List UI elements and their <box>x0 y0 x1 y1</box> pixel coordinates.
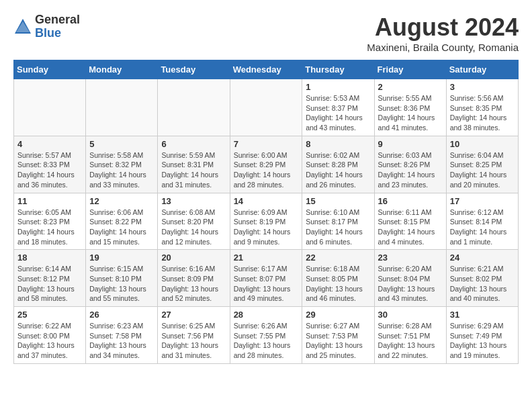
day-number: 8 <box>306 139 370 149</box>
calendar-day-cell: 17Sunrise: 6:12 AM Sunset: 8:14 PM Dayli… <box>446 193 518 250</box>
calendar-day-cell: 23Sunrise: 6:20 AM Sunset: 8:04 PM Dayli… <box>374 250 446 307</box>
day-info: Sunrise: 6:02 AM Sunset: 8:28 PM Dayligh… <box>306 150 370 190</box>
calendar-day-cell: 13Sunrise: 6:08 AM Sunset: 8:20 PM Dayli… <box>158 193 230 250</box>
day-number: 26 <box>89 310 154 320</box>
logo-text: General Blue <box>35 13 80 40</box>
svg-marker-1 <box>16 21 30 32</box>
day-info: Sunrise: 6:12 AM Sunset: 8:14 PM Dayligh… <box>450 208 515 247</box>
weekday-header-tuesday: Tuesday <box>158 60 230 79</box>
day-info: Sunrise: 6:21 AM Sunset: 8:02 PM Dayligh… <box>450 264 515 304</box>
calendar-day-cell: 21Sunrise: 6:17 AM Sunset: 8:07 PM Dayli… <box>230 250 302 307</box>
calendar-week-row: 1Sunrise: 5:53 AM Sunset: 8:37 PM Daylig… <box>14 79 519 136</box>
day-number: 13 <box>161 196 226 206</box>
calendar-day-cell: 28Sunrise: 6:26 AM Sunset: 7:55 PM Dayli… <box>230 307 302 364</box>
weekday-header-saturday: Saturday <box>446 60 518 79</box>
day-info: Sunrise: 5:56 AM Sunset: 8:35 PM Dayligh… <box>450 93 515 133</box>
day-info: Sunrise: 6:23 AM Sunset: 7:58 PM Dayligh… <box>89 321 154 361</box>
day-info: Sunrise: 5:55 AM Sunset: 8:36 PM Dayligh… <box>378 93 443 133</box>
day-number: 21 <box>234 253 299 263</box>
logo: General Blue <box>13 13 80 40</box>
day-number: 19 <box>89 253 154 263</box>
weekday-header-row: SundayMondayTuesdayWednesdayThursdayFrid… <box>14 60 519 79</box>
day-info: Sunrise: 6:14 AM Sunset: 8:12 PM Dayligh… <box>17 264 82 304</box>
day-number: 29 <box>306 310 370 320</box>
day-number: 7 <box>234 139 299 149</box>
day-info: Sunrise: 6:15 AM Sunset: 8:10 PM Dayligh… <box>89 264 154 304</box>
day-info: Sunrise: 6:08 AM Sunset: 8:20 PM Dayligh… <box>161 208 226 247</box>
calendar-table: SundayMondayTuesdayWednesdayThursdayFrid… <box>13 60 519 364</box>
logo-blue-text: Blue <box>35 27 80 40</box>
calendar-day-cell: 12Sunrise: 6:06 AM Sunset: 8:22 PM Dayli… <box>86 193 158 250</box>
day-number: 18 <box>17 253 82 263</box>
weekday-header-monday: Monday <box>86 60 158 79</box>
calendar-day-cell: 19Sunrise: 6:15 AM Sunset: 8:10 PM Dayli… <box>86 250 158 307</box>
month-year-title: August 2024 <box>367 13 519 42</box>
day-info: Sunrise: 6:28 AM Sunset: 7:51 PM Dayligh… <box>378 321 443 361</box>
calendar-day-cell: 7Sunrise: 6:00 AM Sunset: 8:29 PM Daylig… <box>230 136 302 193</box>
day-info: Sunrise: 6:10 AM Sunset: 8:17 PM Dayligh… <box>306 208 370 247</box>
page-header: General Blue August 2024 Maxineni, Brail… <box>13 13 519 53</box>
calendar-day-cell: 3Sunrise: 5:56 AM Sunset: 8:35 PM Daylig… <box>446 79 518 136</box>
calendar-day-cell: 15Sunrise: 6:10 AM Sunset: 8:17 PM Dayli… <box>302 193 374 250</box>
calendar-day-cell <box>14 79 86 136</box>
day-number: 27 <box>161 310 226 320</box>
calendar-day-cell: 22Sunrise: 6:18 AM Sunset: 8:05 PM Dayli… <box>302 250 374 307</box>
day-info: Sunrise: 5:53 AM Sunset: 8:37 PM Dayligh… <box>306 93 370 133</box>
day-info: Sunrise: 6:09 AM Sunset: 8:19 PM Dayligh… <box>234 208 299 247</box>
day-info: Sunrise: 6:26 AM Sunset: 7:55 PM Dayligh… <box>234 321 299 361</box>
day-info: Sunrise: 6:03 AM Sunset: 8:26 PM Dayligh… <box>378 150 443 190</box>
calendar-day-cell: 5Sunrise: 5:58 AM Sunset: 8:32 PM Daylig… <box>86 136 158 193</box>
day-number: 9 <box>378 139 443 149</box>
day-number: 16 <box>378 196 443 206</box>
day-info: Sunrise: 5:57 AM Sunset: 8:33 PM Dayligh… <box>17 150 82 190</box>
day-info: Sunrise: 6:06 AM Sunset: 8:22 PM Dayligh… <box>89 208 154 247</box>
day-number: 25 <box>17 310 82 320</box>
day-number: 10 <box>450 139 515 149</box>
day-info: Sunrise: 6:17 AM Sunset: 8:07 PM Dayligh… <box>234 264 299 304</box>
day-info: Sunrise: 6:22 AM Sunset: 8:00 PM Dayligh… <box>17 321 82 361</box>
day-info: Sunrise: 6:20 AM Sunset: 8:04 PM Dayligh… <box>378 264 443 304</box>
logo-general-text: General <box>35 13 80 27</box>
location-subtitle: Maxineni, Braila County, Romania <box>367 42 519 53</box>
day-info: Sunrise: 6:29 AM Sunset: 7:49 PM Dayligh… <box>450 321 515 361</box>
day-number: 1 <box>306 82 370 92</box>
calendar-day-cell <box>86 79 158 136</box>
calendar-day-cell: 27Sunrise: 6:25 AM Sunset: 7:56 PM Dayli… <box>158 307 230 364</box>
day-number: 15 <box>306 196 370 206</box>
day-number: 3 <box>450 82 515 92</box>
day-info: Sunrise: 6:16 AM Sunset: 8:09 PM Dayligh… <box>161 264 226 304</box>
calendar-week-row: 25Sunrise: 6:22 AM Sunset: 8:00 PM Dayli… <box>14 307 519 364</box>
calendar-day-cell: 9Sunrise: 6:03 AM Sunset: 8:26 PM Daylig… <box>374 136 446 193</box>
calendar-day-cell: 16Sunrise: 6:11 AM Sunset: 8:15 PM Dayli… <box>374 193 446 250</box>
calendar-day-cell: 18Sunrise: 6:14 AM Sunset: 8:12 PM Dayli… <box>14 250 86 307</box>
calendar-week-row: 11Sunrise: 6:05 AM Sunset: 8:23 PM Dayli… <box>14 193 519 250</box>
calendar-day-cell <box>158 79 230 136</box>
calendar-day-cell: 31Sunrise: 6:29 AM Sunset: 7:49 PM Dayli… <box>446 307 518 364</box>
calendar-day-cell: 14Sunrise: 6:09 AM Sunset: 8:19 PM Dayli… <box>230 193 302 250</box>
calendar-day-cell: 25Sunrise: 6:22 AM Sunset: 8:00 PM Dayli… <box>14 307 86 364</box>
day-info: Sunrise: 6:25 AM Sunset: 7:56 PM Dayligh… <box>161 321 226 361</box>
day-number: 2 <box>378 82 443 92</box>
day-info: Sunrise: 6:18 AM Sunset: 8:05 PM Dayligh… <box>306 264 370 304</box>
weekday-header-wednesday: Wednesday <box>230 60 302 79</box>
calendar-day-cell: 20Sunrise: 6:16 AM Sunset: 8:09 PM Dayli… <box>158 250 230 307</box>
calendar-day-cell: 10Sunrise: 6:04 AM Sunset: 8:25 PM Dayli… <box>446 136 518 193</box>
day-info: Sunrise: 6:05 AM Sunset: 8:23 PM Dayligh… <box>17 208 82 247</box>
calendar-day-cell: 4Sunrise: 5:57 AM Sunset: 8:33 PM Daylig… <box>14 136 86 193</box>
day-info: Sunrise: 5:58 AM Sunset: 8:32 PM Dayligh… <box>89 150 154 190</box>
day-info: Sunrise: 6:04 AM Sunset: 8:25 PM Dayligh… <box>450 150 515 190</box>
calendar-day-cell: 26Sunrise: 6:23 AM Sunset: 7:58 PM Dayli… <box>86 307 158 364</box>
calendar-day-cell: 29Sunrise: 6:27 AM Sunset: 7:53 PM Dayli… <box>302 307 374 364</box>
calendar-day-cell: 24Sunrise: 6:21 AM Sunset: 8:02 PM Dayli… <box>446 250 518 307</box>
calendar-week-row: 4Sunrise: 5:57 AM Sunset: 8:33 PM Daylig… <box>14 136 519 193</box>
weekday-header-thursday: Thursday <box>302 60 374 79</box>
day-info: Sunrise: 6:00 AM Sunset: 8:29 PM Dayligh… <box>234 150 299 190</box>
calendar-day-cell <box>230 79 302 136</box>
day-number: 17 <box>450 196 515 206</box>
calendar-day-cell: 30Sunrise: 6:28 AM Sunset: 7:51 PM Dayli… <box>374 307 446 364</box>
day-number: 23 <box>378 253 443 263</box>
day-number: 12 <box>89 196 154 206</box>
day-number: 6 <box>161 139 226 149</box>
day-info: Sunrise: 5:59 AM Sunset: 8:31 PM Dayligh… <box>161 150 226 190</box>
weekday-header-friday: Friday <box>374 60 446 79</box>
